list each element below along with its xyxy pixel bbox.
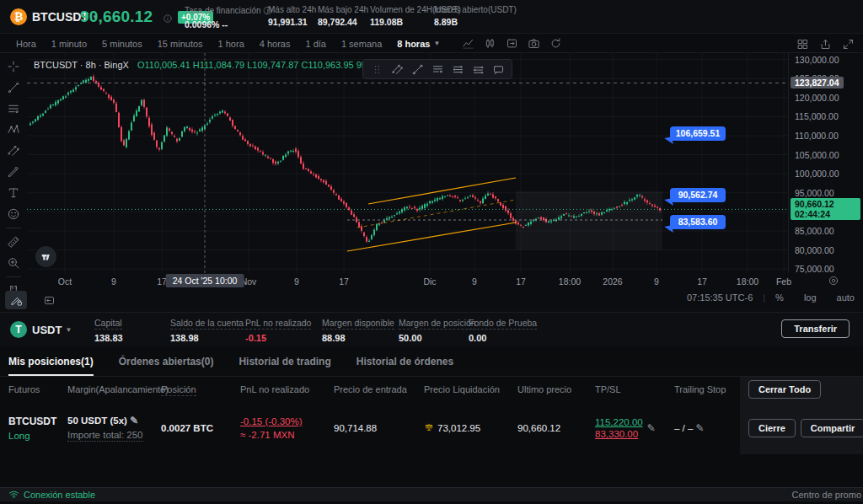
transfer-button[interactable]: Transferir — [781, 319, 850, 338]
edit-trailing-icon[interactable]: ✎ — [696, 422, 705, 434]
horizontal-lines-icon[interactable] — [3, 99, 24, 119]
stat-label[interactable]: Saldo de la cuenta — [170, 318, 244, 330]
timeframe-1-minuto[interactable]: 1 minuto — [44, 39, 94, 49]
stat-label: Más bajo 24h — [318, 5, 370, 14]
scale-auto-button[interactable]: auto — [837, 292, 855, 303]
time-axis[interactable]: Oct917Nov917Dic91718:00202691718:00Feb24… — [27, 273, 788, 290]
connection-status: Conexión estable — [8, 489, 95, 501]
timeframe-4-horas[interactable]: 4 horas — [252, 39, 298, 49]
timeframe-1-día[interactable]: 1 día — [297, 39, 333, 49]
timeframe-15-minutos[interactable]: 15 minutos — [150, 39, 211, 49]
zoom-in-icon[interactable] — [3, 253, 24, 273]
trendline-tool-icon[interactable] — [407, 60, 427, 78]
header-stat: Volumen de 24H(USDT) 119.08B — [370, 5, 434, 29]
chevron-down-icon: ▼ — [433, 40, 440, 47]
chart-clock[interactable]: 07:15:35 UTC-6 — [687, 292, 753, 303]
callout-tail — [664, 225, 673, 234]
price-callout[interactable]: 90,562.74 — [670, 188, 726, 202]
close-position-button[interactable]: Cierre — [748, 419, 796, 437]
account-stat: Saldo de la cuenta 138.98 — [170, 318, 245, 343]
floating-draw-toolbar[interactable] — [362, 59, 512, 79]
liquidation-icon[interactable] — [424, 422, 434, 434]
timeframe-active[interactable]: 8 horas▼ — [389, 39, 448, 49]
row-tp: 115,220.00 — [595, 417, 643, 427]
timeframe-1-semana[interactable]: 1 semana — [334, 39, 389, 49]
cell-trailing: – / – ✎ — [674, 422, 748, 434]
chart-section: BTCUSDT · 8h · BingX O110,005.41 H111,08… — [0, 53, 863, 312]
stat-label[interactable]: Capital — [94, 318, 122, 330]
column-header: Posición — [161, 384, 240, 394]
chart-style-icon[interactable] — [459, 36, 476, 51]
fib-lines-icon[interactable] — [427, 60, 448, 78]
price-callout[interactable]: 106,659.51 — [670, 126, 726, 141]
edit-margin-icon[interactable]: ✎ — [130, 415, 138, 426]
x-axis-label: 9 — [111, 276, 116, 287]
scale-log-button[interactable]: log — [804, 292, 817, 303]
ruler-icon[interactable] — [3, 232, 24, 252]
refresh-icon[interactable] — [547, 36, 564, 51]
header-stat: Tasa de financiación ⓘ 0.0096% -- — [185, 5, 268, 29]
stat-label[interactable]: PnL no realizado — [245, 318, 311, 330]
fullscreen-icon[interactable] — [839, 36, 856, 51]
tab-historial-de-órdenes[interactable]: Historial de órdenes — [356, 346, 453, 376]
header-stat: Más alto 24h 91,991.31 — [268, 5, 318, 29]
cell-position: 0.0027 BTC — [161, 423, 240, 433]
callout-tool-icon[interactable] — [488, 60, 508, 78]
schiff-lines-icon[interactable] — [468, 60, 488, 78]
last-price: 90,660.12 — [80, 8, 153, 26]
grid-layout-icon[interactable] — [794, 36, 811, 51]
brush-icon[interactable] — [3, 162, 24, 182]
layout-export-icon[interactable] — [503, 36, 520, 51]
stat-value: 119.08B — [370, 17, 434, 27]
target-icon[interactable] — [828, 275, 839, 290]
draw-lock-icon[interactable] — [5, 291, 27, 309]
legend-symbol: BTCUSDT · 8h · BingX — [34, 60, 129, 70]
account-stat: Fondo de Prueba 0.00 — [469, 318, 553, 343]
row-margin: 50 USDT (5x) — [67, 416, 127, 426]
timeframe-5-minutos[interactable]: 5 minutos — [94, 39, 150, 49]
scale-%-button[interactable]: % — [775, 292, 784, 303]
text-tool-icon[interactable] — [3, 183, 24, 203]
share-position-button[interactable]: Compartir — [801, 419, 863, 437]
candle-settings-icon[interactable] — [481, 36, 498, 51]
tab-historial-de-trading[interactable]: Historial de trading — [239, 346, 330, 376]
column-header: Precio Liquidación — [424, 384, 517, 394]
header-stat: Interés abierto(USDT) 8.89B — [434, 5, 535, 29]
chart-plot[interactable]: BTCUSDT · 8h · BingX O110,005.41 H111,08… — [27, 53, 788, 273]
asset-selector[interactable]: USDT▼ — [32, 324, 72, 336]
info-icon[interactable] — [163, 12, 173, 27]
tab-órdenes-abiertas[interactable]: Órdenes abiertas(0) — [119, 346, 214, 376]
edit-tpsl-icon[interactable]: ✎ — [647, 422, 656, 434]
price-callout[interactable]: 83,583.60 — [670, 215, 726, 229]
x-axis-label: 9 — [654, 276, 659, 287]
parallel-channel-icon[interactable] — [3, 141, 24, 161]
camera-icon[interactable] — [525, 36, 542, 51]
stat-label[interactable]: Margen de posición — [399, 318, 476, 330]
drag-handle-icon[interactable] — [367, 60, 387, 78]
timeframe-1-hora[interactable]: 1 hora — [211, 39, 252, 49]
tab-mis-posiciones[interactable]: Mis posiciones(1) — [8, 346, 94, 376]
price-axis[interactable]: 130,000.00125,000.00120,000.00115,000.00… — [788, 53, 863, 273]
crosshair-icon[interactable] — [3, 56, 24, 77]
channel-tool-icon[interactable] — [387, 60, 407, 78]
close-all-button[interactable]: Cerrar Todo — [748, 380, 821, 399]
stat-value: 0.0096% -- — [185, 19, 268, 29]
header-stat: Más bajo 24h 89,792.44 — [318, 5, 370, 29]
tradingview-logo[interactable] — [35, 246, 56, 267]
y-axis-label: 120,000.00 — [795, 93, 839, 103]
row-margin-total: Importe total: 250 — [67, 430, 143, 442]
stat-value: 88.98 — [322, 333, 399, 343]
stat-label[interactable]: Margen disponible — [322, 318, 394, 330]
emoji-icon[interactable] — [3, 204, 24, 224]
stat-value: 50.00 — [399, 333, 469, 343]
share-icon[interactable] — [817, 36, 834, 51]
object-tree-icon[interactable] — [40, 292, 57, 308]
stat-label[interactable]: Fondo de Prueba — [469, 318, 537, 330]
timeframe-hora[interactable]: Hora — [8, 39, 44, 49]
xabcd-pattern-icon[interactable] — [3, 120, 24, 140]
multi-line-dots-icon[interactable] — [448, 60, 468, 78]
trendline-icon[interactable] — [3, 78, 24, 98]
account-bar: T USDT▼ Capital 138.83Saldo de la cuenta… — [0, 312, 863, 346]
row-pnl: -0.15 (-0.30%) — [240, 416, 334, 426]
promo-link[interactable]: Centro de promo — [791, 490, 861, 500]
